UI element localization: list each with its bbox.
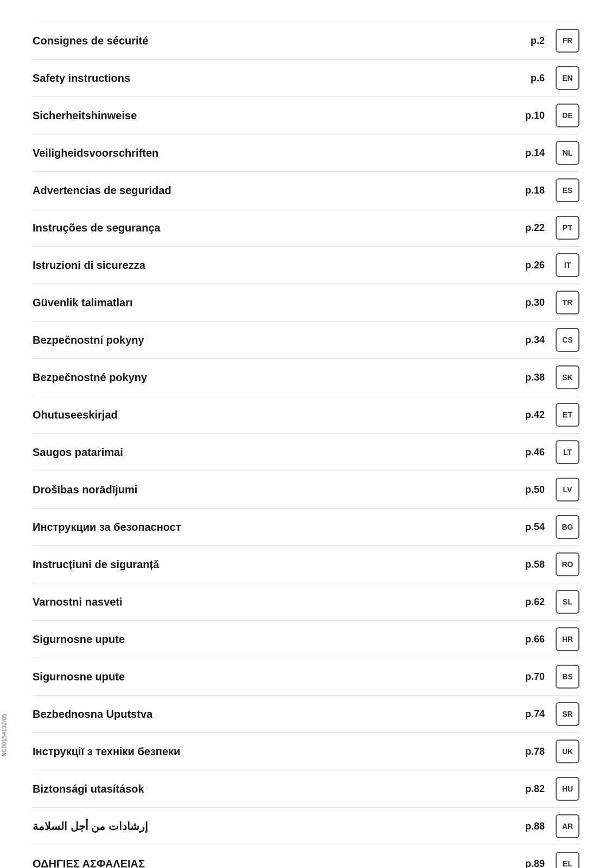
toc-entry-title: Drošības norādījumi (33, 484, 137, 496)
table-row[interactable]: Sigurnosne uputep.66HR (33, 621, 579, 658)
table-row[interactable]: Sicherheitshinweisep.10DE (33, 97, 579, 134)
product-code: NC00154132/05 (2, 713, 8, 756)
toc-entry-page: p.50 (518, 484, 545, 496)
toc-entry-page: p.30 (518, 297, 545, 308)
toc-entry-page: p.22 (518, 222, 545, 234)
toc-entry-title: Инструкции за безопасност (33, 521, 181, 533)
toc-entry-page: p.89 (518, 858, 545, 869)
table-row[interactable]: Инструкции за безопасностp.54BG (33, 509, 579, 546)
table-row[interactable]: Instrucțiuni de siguranțăp.58RO (33, 546, 579, 583)
lang-badge[interactable]: IT (556, 253, 579, 277)
lang-badge[interactable]: AR (556, 814, 579, 838)
toc-entry-page: p.26 (518, 260, 545, 271)
toc-entry-title: Instrucțiuni de siguranță (33, 558, 159, 571)
toc-entry-title: Instruções de segurança (33, 222, 161, 234)
table-row[interactable]: إرشادات من أجل السلامةp.88AR (33, 808, 579, 845)
table-row[interactable]: Ohutuseeskirjadp.42ET (33, 396, 579, 434)
toc-entry-title: Advertencias de seguridad (33, 184, 171, 197)
table-row[interactable]: Biztonsági utasításokp.82HU (33, 770, 579, 808)
toc-entry-title: Varnostni nasveti (33, 596, 123, 608)
toc-entry-page: p.62 (518, 596, 545, 608)
table-row[interactable]: Instruções de segurançap.22PT (33, 209, 579, 247)
lang-badge[interactable]: FR (556, 29, 579, 53)
table-row[interactable]: Güvenlik talimatlarıp.30TR (33, 284, 579, 322)
table-row[interactable]: Bezpečnostné pokynyp.38SK (33, 359, 579, 396)
toc-entry-page: p.10 (518, 110, 545, 121)
lang-badge[interactable]: RO (556, 552, 579, 576)
table-row[interactable]: Drošības norādījumip.50LV (33, 471, 579, 509)
toc-entry-title: Istruzioni di sicurezza (33, 259, 145, 272)
toc-entry-title: Ohutuseeskirjad (33, 409, 118, 421)
table-row[interactable]: Consignes de sécuritép.2FR (33, 22, 579, 60)
toc-entry-page: p.78 (518, 746, 545, 757)
table-of-contents: Consignes de sécuritép.2FRSafety instruc… (0, 0, 612, 868)
toc-entry-title: Sigurnosne upute (33, 633, 125, 646)
toc-entry-title: Bezpečnostní pokyny (33, 334, 144, 346)
table-row[interactable]: Saugos patarimaip.46LT (33, 434, 579, 471)
table-row[interactable]: Varnostni nasvetip.62SL (33, 583, 579, 621)
table-row[interactable]: Bezpečnostní pokynyp.34CS (33, 322, 579, 359)
lang-badge[interactable]: LV (556, 478, 579, 501)
toc-entry-title: ΟΔΗΓΙΕΣ ΑΣΦΑΛΕΙΑΣ (33, 858, 145, 869)
table-row[interactable]: Safety instructionsp.6EN (33, 60, 579, 97)
lang-badge[interactable]: TR (556, 291, 579, 314)
table-row[interactable]: Istruzioni di sicurezzap.26IT (33, 247, 579, 284)
toc-entry-page: p.46 (518, 447, 545, 458)
lang-badge[interactable]: EL (556, 852, 579, 868)
lang-badge[interactable]: EN (556, 66, 579, 90)
lang-badge[interactable]: CS (556, 328, 579, 352)
toc-entry-title: Bezbednosna Uputstva (33, 708, 152, 721)
lang-badge[interactable]: BS (556, 665, 579, 689)
table-row[interactable]: Veiligheidsvoorschriftenp.14NL (33, 134, 579, 172)
toc-entry-page: p.54 (518, 522, 545, 533)
table-row[interactable]: Sigurnosne uputep.70BS (33, 658, 579, 696)
lang-badge[interactable]: NL (556, 141, 579, 165)
lang-badge[interactable]: SK (556, 365, 579, 389)
toc-entry-page: p.74 (518, 709, 545, 720)
lang-badge[interactable]: ES (556, 178, 579, 202)
toc-entry-page: p.82 (518, 783, 545, 795)
lang-badge[interactable]: HR (556, 627, 579, 651)
lang-badge[interactable]: SL (556, 590, 579, 614)
lang-badge[interactable]: PT (556, 216, 579, 240)
toc-entry-page: p.34 (518, 335, 545, 346)
toc-entry-title: Saugos patarimai (33, 446, 123, 459)
toc-entry-page: p.70 (518, 671, 545, 683)
toc-entry-title: Інструкції з техніки безпеки (33, 745, 180, 758)
lang-badge[interactable]: UK (556, 740, 579, 763)
table-row[interactable]: Інструкції з техніки безпекиp.78UK (33, 733, 579, 770)
toc-entry-title: Safety instructions (33, 72, 130, 85)
table-row[interactable]: Bezbednosna Uputstvap.74SR (33, 696, 579, 733)
toc-entry-title: Güvenlik talimatları (33, 297, 133, 309)
lang-badge[interactable]: ET (556, 403, 579, 427)
lang-badge[interactable]: BG (556, 515, 579, 539)
table-row[interactable]: ΟΔΗΓΙΕΣ ΑΣΦΑΛΕΙΑΣp.89EL (33, 845, 579, 868)
lang-badge[interactable]: HU (556, 777, 579, 801)
lang-badge[interactable]: LT (556, 440, 579, 464)
toc-entry-title: Bezpečnostné pokyny (33, 371, 147, 384)
toc-entry-page: p.6 (518, 73, 545, 84)
table-row[interactable]: Advertencias de seguridadp.18ES (33, 172, 579, 209)
toc-entry-title: Consignes de sécurité (33, 35, 148, 47)
toc-entry-title: Veiligheidsvoorschriften (33, 147, 158, 159)
toc-entry-page: p.88 (518, 821, 545, 832)
toc-entry-page: p.42 (518, 409, 545, 421)
toc-entry-page: p.38 (518, 372, 545, 383)
lang-badge[interactable]: SR (556, 702, 579, 726)
toc-entry-title: Biztonsági utasítások (33, 783, 144, 795)
toc-entry-page: p.58 (518, 559, 545, 570)
toc-entry-page: p.66 (518, 634, 545, 645)
toc-entry-title: Sicherheitshinweise (33, 110, 137, 122)
toc-entry-title: Sigurnosne upute (33, 671, 125, 683)
toc-entry-title: إرشادات من أجل السلامة (33, 820, 148, 833)
toc-entry-page: p.2 (518, 35, 545, 47)
toc-entry-page: p.18 (518, 185, 545, 196)
toc-entry-page: p.14 (518, 147, 545, 159)
lang-badge[interactable]: DE (556, 104, 579, 127)
